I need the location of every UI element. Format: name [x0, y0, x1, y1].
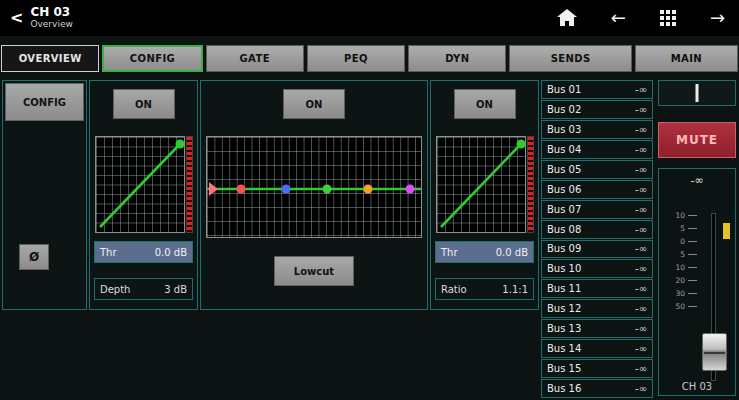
fader-cap[interactable]	[702, 333, 727, 371]
bus-send-row[interactable]: Bus 04 -∞	[541, 140, 653, 159]
dyn-on-button[interactable]: ON	[454, 89, 516, 119]
bus-send-row[interactable]: Bus 02 -∞	[541, 100, 653, 119]
back-chevron-icon[interactable]: <	[10, 10, 23, 26]
bus-send-row[interactable]: Bus 06 -∞	[541, 180, 653, 199]
eq-band-dot[interactable]	[237, 185, 246, 194]
tab-config[interactable]: CONFIG	[102, 45, 202, 72]
scale-label: 5	[680, 250, 685, 259]
peq-on-button[interactable]: ON	[283, 89, 345, 119]
bus-name: Bus 11	[547, 283, 581, 294]
gate-threshold-label: Thr	[100, 247, 117, 258]
gate-depth-row[interactable]: Depth 3 dB	[94, 278, 193, 300]
gate-curve-graph[interactable]	[95, 136, 185, 233]
mute-button[interactable]: MUTE	[658, 122, 736, 158]
bus-send-row[interactable]: Bus 05 -∞	[541, 160, 653, 179]
bus-name: Bus 07	[547, 204, 581, 215]
fader-scale-tick: 5	[661, 248, 697, 261]
bus-name: Bus 02	[547, 104, 581, 115]
pan-indicator[interactable]	[658, 80, 736, 106]
tab-sends[interactable]: SENDS	[509, 45, 631, 72]
gate-on-button[interactable]: ON	[113, 89, 175, 119]
eq-band-dot[interactable]	[282, 185, 291, 194]
fader-scale-tick: 50	[661, 300, 697, 313]
dyn-section: ON Thr 0.0 dB Ratio 1.1:1	[430, 80, 539, 310]
bus-send-row[interactable]: Bus 12 -∞	[541, 299, 653, 318]
bus-send-level: -∞	[635, 124, 647, 135]
fader-scale-tick: 10	[661, 209, 697, 222]
channel-title-block: CH 03 Overview	[30, 6, 72, 30]
tab-overview[interactable]: OVERVIEW	[1, 45, 99, 72]
bus-send-level: -∞	[635, 84, 647, 95]
gate-depth-label: Depth	[100, 284, 130, 295]
bus-send-level: -∞	[635, 243, 647, 254]
bus-name: Bus 15	[547, 363, 581, 374]
dyn-threshold-row[interactable]: Thr 0.0 dB	[435, 241, 534, 263]
bus-name: Bus 14	[547, 343, 581, 354]
peq-curve-graph[interactable]	[206, 136, 422, 238]
bus-name: Bus 01	[547, 84, 581, 95]
lowcut-button[interactable]: Lowcut	[274, 256, 354, 286]
fader-scale-tick: 10	[661, 261, 697, 274]
level-meter-segment	[723, 223, 730, 239]
tab-dyn[interactable]: DYN	[408, 45, 506, 72]
peq-section: ON Lowcut	[200, 80, 428, 310]
bus-send-level: -∞	[635, 164, 647, 175]
fader-scale-tick: 30	[661, 287, 697, 300]
sends-list: Bus 01 -∞ Bus 02 -∞ Bus 03 -∞ Bus 04 -∞ …	[541, 80, 653, 398]
tab-peq[interactable]: PEQ	[307, 45, 405, 72]
bus-name: Bus 16	[547, 383, 581, 394]
gate-meter	[186, 136, 193, 233]
forward-arrow-icon[interactable]: →	[710, 9, 725, 27]
channel-header[interactable]: < CH 03 Overview	[10, 6, 73, 30]
eq-band-dot[interactable]	[363, 185, 372, 194]
bus-name: Bus 13	[547, 323, 581, 334]
scale-tick-mark	[688, 293, 697, 294]
dyn-ratio-row[interactable]: Ratio 1.1:1	[435, 278, 534, 300]
bus-send-row[interactable]: Bus 16 -∞	[541, 379, 653, 398]
bus-name: Bus 03	[547, 124, 581, 135]
gate-threshold-row[interactable]: Thr 0.0 dB	[94, 241, 193, 263]
dialpad-icon[interactable]	[660, 10, 676, 26]
channel-name: CH 03	[30, 6, 72, 19]
bus-send-level: -∞	[635, 383, 647, 394]
dyn-ratio-value: 1.1:1	[502, 284, 528, 295]
eq-band-dot[interactable]	[322, 185, 331, 194]
bus-send-row[interactable]: Bus 09 -∞	[541, 240, 653, 259]
bus-name: Bus 10	[547, 263, 581, 274]
bus-send-level: -∞	[635, 224, 647, 235]
phase-invert-button[interactable]: Ø	[19, 244, 49, 270]
bus-name: Bus 09	[547, 243, 581, 254]
bus-send-row[interactable]: Bus 10 -∞	[541, 259, 653, 278]
eq-band-dot[interactable]	[406, 185, 415, 194]
bus-send-level: -∞	[635, 343, 647, 354]
bus-send-row[interactable]: Bus 14 -∞	[541, 339, 653, 358]
fader-section: -∞ 10 5 0 5 10	[658, 168, 736, 396]
bus-send-row[interactable]: Bus 15 -∞	[541, 359, 653, 378]
bus-send-row[interactable]: Bus 03 -∞	[541, 120, 653, 139]
dyn-meter	[527, 136, 534, 233]
bus-name: Bus 12	[547, 303, 581, 314]
bus-send-row[interactable]: Bus 11 -∞	[541, 279, 653, 298]
scale-label: 50	[675, 302, 685, 311]
home-icon[interactable]	[557, 9, 577, 27]
bus-name: Bus 04	[547, 144, 581, 155]
bus-send-level: -∞	[635, 363, 647, 374]
fader-channel-label: CH 03	[659, 381, 735, 392]
fader-level-value: -∞	[659, 174, 735, 187]
back-arrow-icon[interactable]: ←	[611, 9, 626, 27]
tab-gate[interactable]: GATE	[206, 45, 304, 72]
top-nav-icons: ← →	[557, 9, 725, 27]
bus-send-level: -∞	[635, 303, 647, 314]
dyn-curve-graph[interactable]	[436, 136, 526, 233]
bus-send-row[interactable]: Bus 07 -∞	[541, 200, 653, 219]
tab-bar: OVERVIEW CONFIG GATE PEQ DYN SENDS MAIN	[1, 45, 738, 72]
fader-scale-tick: 20	[661, 274, 697, 287]
tab-main[interactable]: MAIN	[635, 45, 738, 72]
config-section: CONFIG Ø	[2, 80, 87, 310]
bus-send-level: -∞	[635, 283, 647, 294]
bus-send-row[interactable]: Bus 01 -∞	[541, 80, 653, 99]
bus-send-row[interactable]: Bus 13 -∞	[541, 319, 653, 338]
main-strip: MUTE -∞ 10 5 0 5	[657, 80, 737, 398]
config-button[interactable]: CONFIG	[5, 83, 84, 121]
bus-send-row[interactable]: Bus 08 -∞	[541, 220, 653, 239]
